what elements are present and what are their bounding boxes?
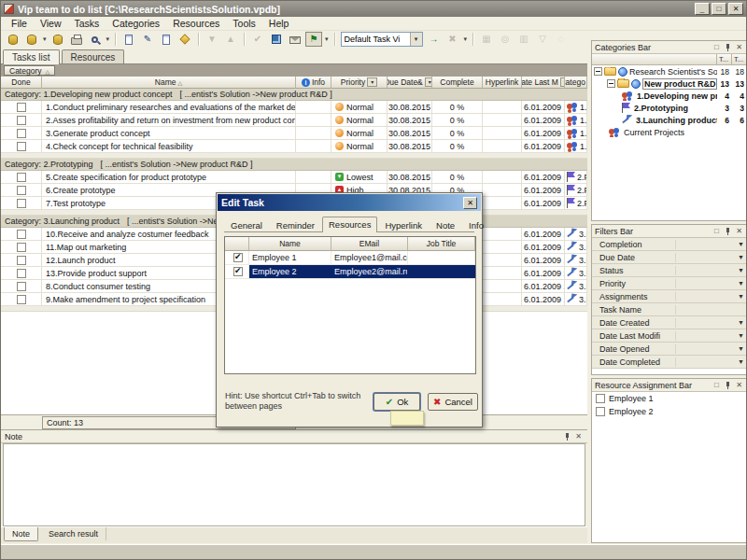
resources-col-check[interactable] (225, 237, 249, 251)
tab-resources[interactable]: Resources (62, 49, 125, 63)
group-by-category-button[interactable]: Category (4, 65, 55, 76)
done-checkbox[interactable] (17, 269, 26, 278)
dialog-tab-resources[interactable]: Resources (322, 217, 377, 232)
task-row[interactable]: 4.Check concept for technical feasibilit… (1, 140, 587, 153)
chevron-down-icon[interactable]: ▼ (738, 358, 744, 365)
pin-icon[interactable] (723, 227, 733, 236)
resources-col-Job Title[interactable]: Job Title (408, 237, 475, 251)
column-header-hyperlink[interactable]: Hyperlink (483, 77, 522, 89)
float-icon[interactable] (712, 227, 722, 236)
task-row[interactable]: 5.Create specification for product proto… (1, 171, 587, 184)
done-checkbox[interactable] (17, 142, 26, 151)
print-button[interactable] (68, 32, 85, 47)
assign-resource-button[interactable] (176, 32, 193, 47)
done-checkbox[interactable] (17, 199, 26, 208)
done-checkbox[interactable] (17, 256, 26, 265)
tree-item-3-launching-product[interactable]: 3.Launching product66 (592, 114, 747, 126)
dialog-tab-note[interactable]: Note (430, 217, 461, 231)
tab-tasks-list[interactable]: Tasks list (3, 49, 60, 64)
menu-item-file[interactable]: File (5, 17, 34, 30)
close-button[interactable] (728, 3, 743, 15)
done-checkbox[interactable] (17, 173, 26, 182)
bottom-tab-search-result[interactable]: Search result (40, 527, 106, 541)
filter-row-date-completed[interactable]: Date Completed▼ (592, 356, 747, 369)
filter-row-due-date[interactable]: Due Date▼ (592, 251, 747, 264)
chevron-down-icon[interactable]: ▼ (738, 280, 744, 287)
open-database-button[interactable] (23, 32, 40, 47)
resource-assigned-checkbox[interactable] (233, 267, 243, 276)
resource-row-employee-2[interactable]: Employee 2Employee2@mail.ru (225, 265, 475, 279)
menu-item-resources[interactable]: Resources (166, 17, 226, 30)
save-database-button[interactable] (49, 32, 66, 47)
column-header-name[interactable]: Name (42, 77, 296, 89)
chevron-down-icon[interactable]: ▼ (738, 254, 744, 260)
cancel-button[interactable]: ✖ Cancel (428, 393, 478, 411)
category-group-header[interactable]: Category: 1.Developing new product conce… (1, 89, 587, 101)
pin-icon[interactable] (723, 381, 733, 390)
task-row[interactable]: 1.Conduct preliminary researches and eva… (1, 101, 587, 114)
task-statistics-button[interactable] (268, 32, 285, 47)
category-group-header[interactable]: Category: 2.Prototyping[ ...entist's Sol… (1, 159, 587, 171)
resource-assigned-checkbox[interactable] (233, 253, 243, 262)
dialog-tab-hyperlink[interactable]: Hyperlink (378, 217, 429, 231)
menu-item-view[interactable]: View (34, 17, 68, 30)
pin-icon[interactable] (562, 432, 572, 441)
done-checkbox[interactable] (17, 186, 26, 195)
filter-row-task-name[interactable]: Task Name (592, 303, 747, 316)
chevron-down-icon[interactable]: ▼ (738, 241, 744, 247)
close-icon[interactable] (734, 43, 744, 52)
chevron-down-icon[interactable]: ▾ (410, 33, 422, 46)
new-database-button[interactable] (5, 32, 21, 47)
filter-row-date-last-modifi[interactable]: Date Last Modifi▼ (592, 329, 747, 343)
filter-row-status[interactable]: Status▼ (592, 264, 747, 277)
filter-row-date-opened[interactable]: Date Opened▼ (592, 343, 747, 356)
more-views-caret-icon[interactable]: ▾ (462, 35, 470, 43)
edit-task-button[interactable]: ✎ (139, 32, 156, 47)
close-icon[interactable] (734, 381, 744, 390)
filter-row-assignments[interactable]: Assignments▼ (592, 290, 747, 303)
menu-item-help[interactable]: Help (262, 17, 296, 30)
collapse-icon[interactable] (607, 79, 615, 88)
column-header-due[interactable]: Due Date&▾ (388, 77, 432, 89)
resource-checkbox[interactable] (596, 394, 605, 403)
filter-row-priority[interactable]: Priority▼ (592, 277, 747, 290)
current-view-button[interactable]: ⚑ (305, 32, 322, 47)
chevron-down-icon[interactable]: ▼ (738, 319, 744, 326)
apply-view-button[interactable]: → (426, 32, 443, 47)
dialog-tab-reminder[interactable]: Reminder (270, 217, 321, 231)
done-checkbox[interactable] (17, 282, 26, 291)
tree-item-2-prototyping[interactable]: 2.Prototyping33 (592, 102, 747, 114)
resource-item-employee-1[interactable]: Employee 1 (592, 392, 747, 405)
resource-item-employee-2[interactable]: Employee 2 (592, 405, 747, 418)
note-close-icon[interactable] (573, 432, 584, 441)
filter-row-date-created[interactable]: Date Created▼ (592, 316, 747, 329)
column-header-info[interactable]: iInfo (296, 77, 331, 89)
filter-dropdown-icon[interactable]: ▾ (367, 77, 377, 87)
filter-row-completion[interactable]: Completion▼ (592, 238, 747, 251)
print-preview-button[interactable] (87, 32, 104, 47)
done-checkbox[interactable] (17, 129, 26, 138)
menu-item-tasks[interactable]: Tasks (68, 17, 106, 30)
task-row[interactable]: 3.Generate product conceptNormal30.08.20… (1, 127, 587, 140)
done-checkbox[interactable] (17, 295, 26, 304)
column-header-priority[interactable]: Priority▾ (331, 77, 388, 89)
menu-item-categories[interactable]: Categories (106, 17, 166, 30)
tree-item-1-developing-new-produ[interactable]: 1.Developing new produ44 (592, 90, 747, 102)
resources-col-Name[interactable]: Name (249, 237, 331, 251)
column-header-done[interactable]: Done (1, 77, 42, 89)
open-database-caret-icon[interactable]: ▾ (41, 35, 49, 43)
chevron-down-icon[interactable]: ▼ (738, 293, 744, 300)
tree-item-research-scientist-s-solution[interactable]: Research Scientist's Solution1818 (592, 65, 747, 77)
dialog-tab-info[interactable]: Info (462, 217, 490, 231)
send-report-button[interactable] (287, 32, 303, 47)
minimize-button[interactable] (695, 3, 710, 15)
tree-item-current-projects[interactable]: Current Projects (592, 126, 747, 138)
dialog-tab-general[interactable]: General (224, 217, 269, 231)
resource-row-employee-1[interactable]: Employee 1Employee1@mail.com (225, 251, 475, 265)
tree-item-new-product-r-d[interactable]: New product R&D1313 (592, 77, 747, 90)
float-icon[interactable] (712, 381, 722, 390)
resources-col-EMail[interactable]: EMail (331, 237, 408, 251)
done-checkbox[interactable] (17, 116, 26, 125)
column-header-modified[interactable]: Date Last M▾ (522, 77, 565, 89)
done-checkbox[interactable] (17, 243, 26, 252)
